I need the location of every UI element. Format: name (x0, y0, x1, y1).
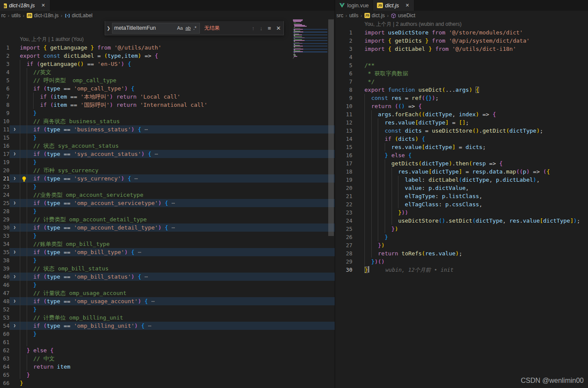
code-line-16[interactable]: 16// 状态 sys_account_status (0, 142, 335, 150)
code-line-54[interactable]: 54❯if (type == 'omp_billing_unit') { ⋯ (0, 322, 335, 330)
line-number[interactable]: 9 (0, 109, 9, 117)
code-line-14[interactable]: 14if (dicts) { (335, 135, 588, 143)
code-line-40[interactable]: 40❯if (type == 'omp_bill_status') { ⋯ (0, 273, 335, 281)
line-number[interactable]: 3 (0, 60, 9, 68)
line-number[interactable]: 24 (335, 217, 352, 225)
code-line-6[interactable]: 6 * 获取字典数据 (335, 69, 588, 78)
code-line-4[interactable]: 4 (335, 53, 588, 61)
fold-collapsed-icon[interactable]: ❯ (9, 248, 20, 256)
code-line-3[interactable]: 3if (getLanguage() == 'en-US') { (0, 60, 335, 68)
line-number[interactable]: 18 (335, 168, 352, 176)
code-editor-left[interactable]: You, 上个月 | 1 author (You) 1import { getL… (0, 20, 335, 387)
line-number[interactable]: 62 (0, 346, 9, 354)
code-line-21[interactable]: 21❯if (type == 'sys_currency') { ⋯ (0, 174, 335, 183)
line-number[interactable]: 4 (0, 68, 9, 76)
code-line-33[interactable]: 33} (0, 232, 335, 240)
code-line-62[interactable]: 62} else { (0, 346, 335, 354)
code-line-66[interactable]: 66} (0, 379, 335, 387)
line-number[interactable]: 24 (0, 191, 9, 199)
line-number[interactable]: 2 (335, 37, 352, 45)
code-line-48[interactable]: 48❯if (type == 'omp_usage_account') { ⋯ (0, 297, 335, 305)
code-line-23[interactable]: 23} (0, 183, 335, 191)
line-number[interactable]: 6 (335, 69, 352, 78)
line-number[interactable]: 10 (335, 102, 352, 110)
code-line-30[interactable]: 30❯if (type == 'omp_account_detail_type'… (0, 223, 335, 232)
code-line-20[interactable]: 20value: p.dictValue, (335, 184, 588, 192)
breadcrumb-item-dict.js[interactable]: JSdict.js (364, 12, 386, 19)
code-line-17[interactable]: 17❯if (type == 'sys_account_status') { ⋯ (0, 150, 335, 158)
line-number[interactable]: 12 (335, 118, 352, 127)
code-line-28[interactable]: 28return toRefs(res.value); (335, 249, 588, 258)
code-line-30[interactable]: 30}wubin, 12个月前 • init (335, 266, 588, 274)
line-number[interactable]: 38 (0, 256, 9, 264)
vertical-scrollbar-thumb[interactable] (328, 19, 334, 236)
code-editor-right[interactable]: You, 上个月 | 2 authors (wubin and others) … (335, 20, 588, 274)
code-line-47[interactable]: 47// 计量状态 omp_usage_account (0, 289, 335, 297)
line-number[interactable]: 19 (335, 176, 352, 184)
line-number[interactable]: 15 (335, 143, 352, 151)
fold-collapsed-icon[interactable]: ❯ (9, 223, 20, 232)
line-number[interactable]: 11 (335, 110, 352, 118)
code-line-8[interactable]: 8if (item == '国际呼叫') return 'Internation… (0, 101, 335, 109)
code-line-20[interactable]: 20// 币种 sys_currency (0, 166, 335, 174)
line-number[interactable]: 52 (0, 305, 9, 314)
code-line-5[interactable]: 5/** (335, 61, 588, 69)
code-line-1[interactable]: 1import useDictStore from '@/store/modul… (335, 28, 588, 37)
whole-word-icon[interactable]: ab (184, 25, 192, 31)
fold-collapsed-icon[interactable]: ❯ (9, 199, 20, 207)
code-line-46[interactable]: 46} (0, 281, 335, 289)
line-number[interactable]: 19 (0, 158, 9, 166)
code-line-28[interactable]: 28} (0, 207, 335, 215)
line-number[interactable]: 8 (0, 101, 9, 109)
code-line-11[interactable]: 11args.forEach((dictType, index) => { (335, 110, 588, 118)
line-number[interactable]: 27 (335, 241, 352, 249)
line-number[interactable]: 30 (0, 223, 9, 232)
breadcrumb-item-useDict[interactable]: useDict (390, 12, 416, 19)
code-line-19[interactable]: 19label: dictLabel(dictType, p.dictLabel… (335, 176, 588, 184)
line-number[interactable]: 29 (335, 258, 352, 266)
editor-tab-dict-i18n.js[interactable]: JSdict-i18n.js✕ (0, 0, 50, 11)
code-line-25[interactable]: 25❯if (type == 'omp_account_servicetype'… (0, 199, 335, 207)
breadcrumb-item-src[interactable]: src (336, 12, 344, 19)
line-number[interactable]: 17 (0, 150, 9, 158)
code-line-13[interactable]: 13const dicts = useDictStore().getDict(d… (335, 127, 588, 135)
code-line-15[interactable]: 15res.value[dictType] = dicts; (335, 143, 588, 151)
code-line-10[interactable]: 10return (() => { (335, 102, 588, 110)
code-line-7[interactable]: 7 */ (335, 78, 588, 86)
line-number[interactable]: 35 (0, 248, 9, 256)
code-line-4[interactable]: 4//英文 (0, 68, 335, 76)
line-number[interactable]: 6 (0, 84, 9, 93)
line-number[interactable]: 1 (0, 43, 9, 52)
line-number[interactable]: 30 (335, 266, 352, 274)
line-number[interactable]: 15 (0, 133, 9, 142)
close-find-button[interactable]: ✕ (274, 25, 283, 31)
code-line-63[interactable]: 63// 中文 (0, 354, 335, 363)
line-number[interactable]: 26 (335, 233, 352, 241)
code-line-22[interactable]: 22elTagClass: p.cssClass, (335, 200, 588, 208)
code-line-10[interactable]: 10// 商务状态 business_status (0, 117, 335, 125)
line-number[interactable]: 28 (335, 249, 352, 258)
line-number[interactable]: 40 (0, 273, 9, 281)
code-line-26[interactable]: 26} (335, 233, 588, 241)
line-number[interactable]: 47 (0, 289, 9, 297)
line-number[interactable]: 10 (0, 117, 9, 125)
line-number[interactable]: 66 (0, 379, 9, 387)
line-number[interactable]: 61 (0, 338, 9, 346)
code-line-35[interactable]: 35❯if (type == 'omp_bill_type') { ⋯ (0, 248, 335, 256)
close-tab-icon[interactable]: ✕ (404, 3, 410, 8)
code-line-11[interactable]: 11❯if (type == 'business_status') { ⋯ (0, 125, 335, 133)
code-line-15[interactable]: 15} (0, 133, 335, 142)
line-number[interactable]: 46 (0, 281, 9, 289)
editor-tab-login.vue[interactable]: login.vue (335, 0, 373, 11)
code-line-1[interactable]: 1import { getLanguage } from '@/utils/au… (0, 43, 335, 52)
line-number[interactable]: 21 (0, 174, 9, 183)
fold-collapsed-icon[interactable]: ❯ (9, 150, 20, 158)
code-line-8[interactable]: 8export function useDict(...args) { (335, 86, 588, 94)
code-line-5[interactable]: 5// 呼叫类型 omp_call_type (0, 76, 335, 84)
code-line-17[interactable]: 17getDicts(dictType).then(resp => { (335, 159, 588, 168)
code-line-3[interactable]: 3import { dictLabel } from '@/utils/dict… (335, 45, 588, 53)
code-line-19[interactable]: 19} (0, 158, 335, 166)
code-line-64[interactable]: 64return item (0, 363, 335, 371)
line-number[interactable]: 20 (0, 166, 9, 174)
find-in-selection-button[interactable]: ≡ (265, 25, 274, 31)
